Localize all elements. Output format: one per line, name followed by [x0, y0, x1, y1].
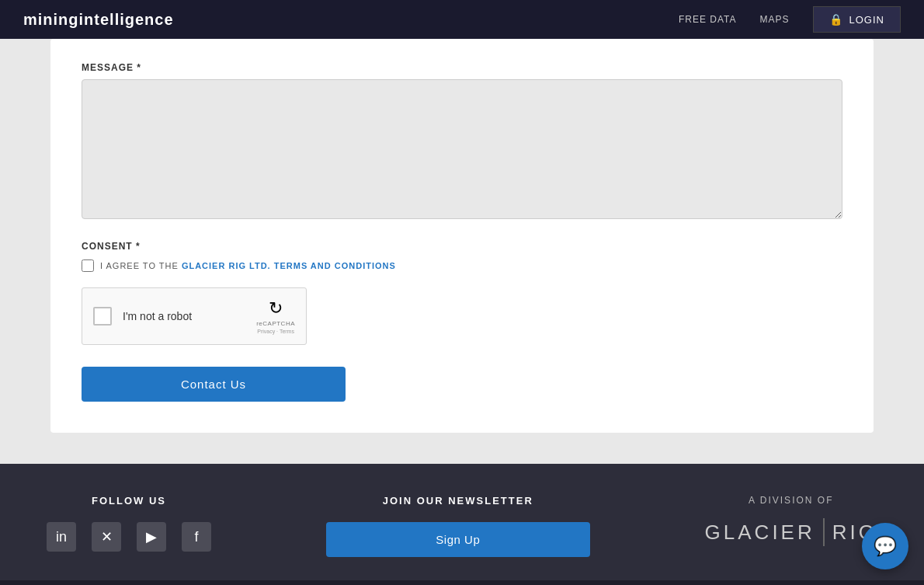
- division-label: A DIVISION OF: [749, 495, 833, 506]
- logo-divider: [823, 518, 825, 546]
- site-header: miningintelligence FREE DATA MAPS 🔒 LOGI…: [0, 0, 924, 39]
- signup-button[interactable]: Sign Up: [326, 522, 590, 557]
- main-nav: FREE DATA MAPS 🔒 LOGIN: [679, 6, 901, 33]
- recaptcha-widget[interactable]: I'm not a robot ↻ reCAPTCHA Privacy · Te…: [82, 287, 307, 345]
- required-marker: *: [137, 62, 141, 73]
- consent-checkbox[interactable]: [82, 259, 94, 272]
- main-content: MESSAGE * Consent * I AGREE TO THE GLACI…: [0, 39, 924, 464]
- contact-form-card: MESSAGE * Consent * I AGREE TO THE GLACI…: [50, 39, 874, 433]
- terms-link[interactable]: GLACIER RIG LTD. TERMS AND CONDITIONS: [182, 261, 396, 270]
- linkedin-icon[interactable]: in: [47, 522, 76, 552]
- facebook-icon[interactable]: f: [182, 522, 211, 552]
- follow-us-heading: FOLLOW US: [92, 495, 166, 507]
- contact-us-button[interactable]: Contact Us: [82, 367, 346, 402]
- recaptcha-logo-area: ↻ reCAPTCHA Privacy · Terms: [256, 298, 295, 334]
- message-label: MESSAGE *: [82, 62, 842, 73]
- follow-us-section: FOLLOW US in ✕ ▶ f: [47, 495, 211, 552]
- recaptcha-checkbox[interactable]: [93, 307, 112, 326]
- recaptcha-terms: Privacy · Terms: [257, 329, 294, 334]
- revain-icon: 💬: [874, 535, 897, 557]
- revain-chat-widget[interactable]: 💬: [862, 523, 908, 569]
- site-logo: miningintelligence: [23, 11, 174, 29]
- consent-section: Consent * I AGREE TO THE GLACIER RIG LTD…: [82, 241, 842, 402]
- message-input[interactable]: [82, 79, 842, 219]
- recaptcha-logo-icon: ↻: [269, 298, 283, 319]
- site-footer: FOLLOW US in ✕ ▶ f JOIN OUR NEWSLETTER S…: [0, 464, 924, 585]
- logo-bold: intelligence: [79, 11, 174, 28]
- consent-row: I AGREE TO THE GLACIER RIG LTD. TERMS AN…: [82, 259, 842, 272]
- consent-required: *: [136, 241, 141, 252]
- footer-top: FOLLOW US in ✕ ▶ f JOIN OUR NEWSLETTER S…: [47, 495, 877, 557]
- glacier-rig-logo: GLACIER RIG: [705, 518, 877, 546]
- footer-bottom: miningintelligence Contact Us Free Data …: [0, 580, 924, 585]
- youtube-icon[interactable]: ▶: [137, 522, 166, 552]
- message-label-text: MESSAGE: [82, 62, 134, 73]
- consent-prefix: I AGREE TO THE: [100, 261, 179, 270]
- division-section: A DIVISION OF GLACIER RIG: [705, 495, 877, 546]
- consent-text: I AGREE TO THE GLACIER RIG LTD. TERMS AN…: [100, 261, 396, 270]
- consent-label: Consent *: [82, 241, 842, 252]
- login-button[interactable]: 🔒 LOGIN: [813, 6, 901, 33]
- glacier-text: GLACIER: [705, 521, 815, 545]
- login-label: LOGIN: [849, 14, 884, 26]
- lock-icon: 🔒: [829, 13, 843, 26]
- newsletter-section: JOIN OUR NEWSLETTER Sign Up: [326, 495, 590, 557]
- newsletter-heading: JOIN OUR NEWSLETTER: [383, 495, 533, 507]
- consent-label-text: Consent: [82, 241, 133, 252]
- nav-maps[interactable]: MAPS: [760, 14, 790, 25]
- twitter-icon[interactable]: ✕: [92, 522, 121, 552]
- logo-prefix: mining: [23, 11, 79, 28]
- nav-free-data[interactable]: FREE DATA: [679, 14, 737, 25]
- recaptcha-brand: reCAPTCHA: [256, 320, 295, 327]
- social-icons-row: in ✕ ▶ f: [47, 522, 211, 552]
- recaptcha-label: I'm not a robot: [123, 310, 192, 322]
